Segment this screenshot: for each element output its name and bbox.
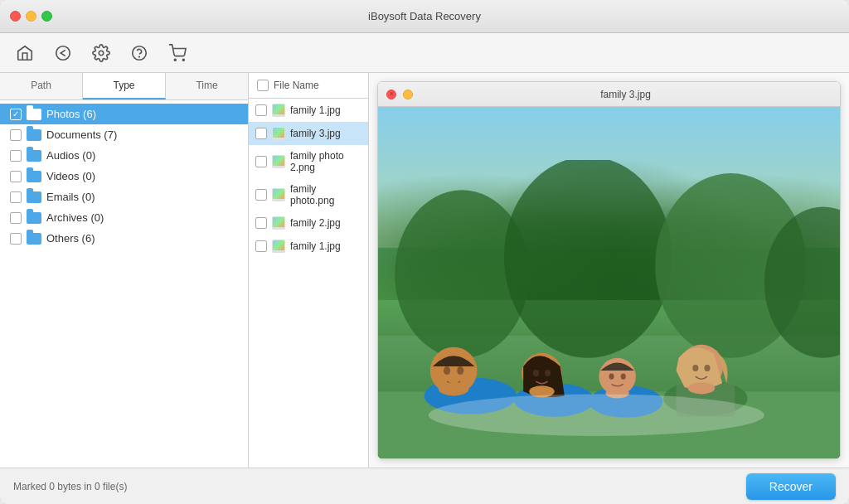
- family-scene: [378, 107, 840, 458]
- file-checkbox-4[interactable]: [255, 217, 267, 229]
- main-content: Path Type Time Photos (6) Documents (7): [0, 73, 849, 468]
- file-thumb-4: [272, 216, 285, 230]
- preview-window: ✕ family 3.jpg: [377, 81, 841, 459]
- checkbox-videos[interactable]: [10, 171, 22, 182]
- file-name-5: family 1.jpg: [290, 240, 341, 252]
- tree-item-others[interactable]: Others (6): [0, 228, 248, 249]
- folder-icon-photos: [27, 109, 41, 120]
- file-thumb-5: [272, 240, 285, 253]
- svg-point-29: [692, 365, 698, 371]
- tree-item-photos[interactable]: Photos (6): [0, 104, 248, 124]
- tree-item-emails[interactable]: Emails (0): [0, 187, 248, 207]
- svg-point-18: [533, 370, 539, 376]
- file-checkbox-0[interactable]: [255, 104, 267, 116]
- status-text: Marked 0 bytes in 0 file(s): [13, 481, 127, 492]
- tree-item-label-emails: Emails (0): [46, 191, 95, 203]
- svg-point-13: [444, 366, 450, 375]
- maximize-button[interactable]: [41, 11, 52, 22]
- tree-item-label-audios: Audios (0): [46, 149, 95, 162]
- right-area: File Name family 1.jpg family 3.jpg: [249, 73, 849, 468]
- tree-item-label-photos: Photos (6): [46, 108, 96, 120]
- preview-filename: family 3.jpg: [420, 89, 832, 100]
- preview-panel: ✕ family 3.jpg: [369, 73, 849, 468]
- minimize-button[interactable]: [26, 11, 36, 22]
- svg-point-0: [56, 46, 70, 60]
- svg-point-32: [429, 394, 764, 436]
- back-icon[interactable]: [51, 41, 75, 65]
- file-thumb-0: [272, 104, 285, 117]
- checkbox-others[interactable]: [10, 233, 22, 245]
- file-list-header: File Name: [249, 73, 368, 99]
- file-thumb-2: [272, 155, 285, 168]
- tab-time[interactable]: Time: [166, 73, 248, 99]
- svg-point-19: [545, 370, 551, 376]
- preview-close-button[interactable]: ✕: [386, 90, 396, 99]
- file-item-1[interactable]: family 3.jpg: [249, 122, 368, 145]
- recover-button[interactable]: Recover: [746, 473, 836, 500]
- bottom-bar: Marked 0 bytes in 0 file(s) Recover: [0, 468, 849, 504]
- close-button[interactable]: [10, 11, 21, 22]
- svg-point-23: [609, 373, 614, 379]
- file-name-2: family photo 2.png: [290, 150, 361, 173]
- checkbox-emails[interactable]: [10, 191, 22, 203]
- file-name-4: family 2.jpg: [290, 217, 341, 229]
- family-svg: [378, 160, 840, 458]
- file-item-0[interactable]: family 1.jpg: [249, 99, 368, 122]
- tree-item-label-archives: Archives (0): [46, 211, 104, 224]
- svg-point-15: [439, 382, 468, 395]
- tree-item-archives[interactable]: Archives (0): [0, 207, 248, 228]
- file-checkbox-5[interactable]: [255, 240, 267, 252]
- file-list-header-label: File Name: [274, 80, 319, 91]
- checkbox-documents[interactable]: [10, 129, 22, 141]
- file-item-4[interactable]: family 2.jpg: [249, 211, 368, 235]
- title-bar: iBoysoft Data Recovery: [0, 0, 849, 33]
- folder-icon-audios: [27, 150, 41, 162]
- tree-item-audios[interactable]: Audios (0): [0, 145, 248, 166]
- tabs-row: Path Type Time: [0, 73, 248, 100]
- svg-point-4: [174, 59, 176, 61]
- file-checkbox-2[interactable]: [255, 156, 267, 167]
- help-icon[interactable]: [128, 41, 151, 65]
- checkbox-audios[interactable]: [10, 150, 22, 162]
- settings-icon[interactable]: [90, 41, 113, 65]
- traffic-lights: [10, 11, 52, 22]
- checkbox-archives[interactable]: [10, 212, 22, 224]
- tree-item-videos[interactable]: Videos (0): [0, 166, 248, 187]
- app-title: iBoysoft Data Recovery: [368, 10, 481, 22]
- tree-list: Photos (6) Documents (7) Audios (0) Vide…: [0, 100, 248, 468]
- folder-icon-archives: [27, 212, 41, 224]
- file-item-3[interactable]: family photo.png: [249, 178, 368, 211]
- preview-min-button[interactable]: [403, 90, 413, 99]
- tree-item-label-videos: Videos (0): [46, 170, 95, 182]
- checkbox-photos[interactable]: [10, 109, 22, 120]
- app-window: iBoysoft Data Recovery: [0, 0, 849, 504]
- svg-point-1: [99, 51, 104, 56]
- left-panel: Path Type Time Photos (6) Documents (7): [0, 73, 249, 468]
- tree-item-label-documents: Documents (7): [46, 128, 117, 141]
- file-item-2[interactable]: family photo 2.png: [249, 145, 368, 178]
- tree-item-documents[interactable]: Documents (7): [0, 124, 248, 145]
- cart-icon[interactable]: [166, 41, 189, 65]
- folder-icon-documents: [27, 129, 41, 141]
- toolbar: [0, 33, 849, 73]
- file-thumb-1: [272, 127, 285, 140]
- file-name-1: family 3.jpg: [290, 128, 341, 139]
- svg-point-5: [182, 59, 184, 61]
- svg-point-2: [133, 46, 147, 60]
- svg-point-31: [688, 382, 715, 394]
- file-item-5[interactable]: family 1.jpg: [249, 235, 368, 258]
- file-name-3: family photo.png: [290, 183, 361, 206]
- tab-path[interactable]: Path: [0, 73, 83, 99]
- file-checkbox-1[interactable]: [255, 128, 267, 139]
- file-checkbox-3[interactable]: [255, 189, 267, 201]
- checkbox-all-files[interactable]: [257, 80, 269, 91]
- folder-icon-others: [27, 233, 41, 245]
- folder-icon-videos: [27, 171, 41, 182]
- home-icon[interactable]: [13, 41, 36, 65]
- file-thumb-3: [272, 188, 285, 201]
- folder-icon-emails: [27, 191, 41, 203]
- tree-item-label-others: Others (6): [46, 232, 95, 245]
- file-name-0: family 1.jpg: [290, 104, 341, 116]
- tab-type[interactable]: Type: [83, 73, 166, 99]
- svg-point-14: [457, 366, 463, 375]
